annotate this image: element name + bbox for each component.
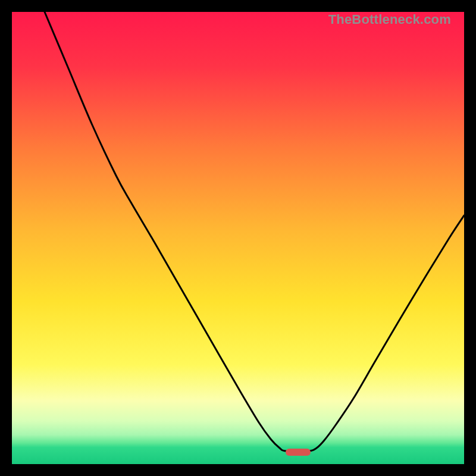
- chart-background: [12, 12, 464, 464]
- watermark-text: TheBottleneck.com: [328, 12, 451, 27]
- chart-svg: [12, 12, 464, 464]
- optimal-zone-marker: [286, 449, 311, 456]
- chart-frame: TheBottleneck.com: [12, 12, 464, 464]
